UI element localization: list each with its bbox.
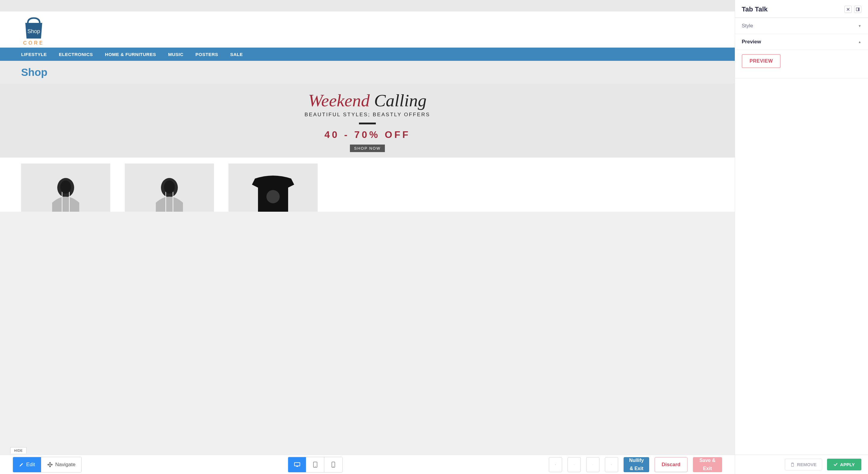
desktop-icon xyxy=(294,462,301,467)
svg-point-10 xyxy=(333,466,334,467)
svg-rect-14 xyxy=(858,8,859,11)
product-card[interactable] xyxy=(125,164,214,212)
promo-banner: Weekend Calling BEAUTIFUL STYLES; BEASTL… xyxy=(0,84,735,158)
website-preview: Shop CORE LIFESTYLE ELECTRONICS HOME & F… xyxy=(0,0,735,455)
bottom-toolbar: Edit Navigate xyxy=(0,455,735,474)
chevron-up-icon: ▲ xyxy=(858,40,861,44)
preview-section-content: PREVIEW xyxy=(735,50,868,78)
mobile-icon xyxy=(332,462,335,468)
banner-divider xyxy=(359,123,376,124)
apply-button[interactable]: APPLY xyxy=(827,459,861,470)
shop-now-button[interactable]: SHOP NOW xyxy=(350,144,385,152)
trash-icon xyxy=(790,463,795,467)
logo-subtext: CORE xyxy=(23,40,44,46)
discard-button[interactable]: Discard xyxy=(655,457,687,472)
dock-icon xyxy=(856,7,860,11)
page-title: Shop xyxy=(21,66,714,78)
close-icon xyxy=(846,7,850,11)
svg-point-2 xyxy=(60,180,71,194)
move-icon xyxy=(47,462,53,467)
nav-posters[interactable]: POSTERS xyxy=(195,52,218,57)
pencil-icon xyxy=(19,462,24,467)
close-panel-button[interactable] xyxy=(844,6,852,13)
viewport-group xyxy=(288,457,343,473)
desktop-view-button[interactable] xyxy=(288,457,306,472)
preview-button[interactable]: PREVIEW xyxy=(742,54,781,68)
nav-home-furnitures[interactable]: HOME & FURNITURES xyxy=(105,52,156,57)
nav-music[interactable]: MUSIC xyxy=(168,52,184,57)
history-icon xyxy=(574,462,575,468)
product-card[interactable] xyxy=(21,164,110,212)
navigate-button[interactable]: Navigate xyxy=(41,457,82,472)
svg-text:Shop: Shop xyxy=(27,28,40,34)
svg-point-4 xyxy=(164,180,175,194)
svg-point-8 xyxy=(315,466,315,467)
nav-sale[interactable]: SALE xyxy=(230,52,243,57)
tablet-view-button[interactable] xyxy=(306,457,324,472)
nav-electronics[interactable]: ELECTRONICS xyxy=(59,52,93,57)
save-exit-button[interactable]: Save & Exit xyxy=(693,457,722,472)
properties-panel: Tab Talk Style ▼ Preview ▲ PREVIEW REMOV… xyxy=(735,0,868,474)
preview-section-header[interactable]: Preview ▲ xyxy=(735,34,868,50)
nullify-exit-button[interactable]: Nullify & Exit xyxy=(624,457,649,472)
svg-rect-6 xyxy=(294,463,300,466)
edit-button[interactable]: Edit xyxy=(13,457,41,472)
chevron-down-icon: ▼ xyxy=(858,24,861,28)
click-button[interactable] xyxy=(586,457,599,472)
site-logo[interactable]: Shop CORE xyxy=(21,14,46,46)
remove-button: REMOVE xyxy=(785,459,822,470)
mode-group: Edit Navigate xyxy=(13,457,82,473)
product-grid xyxy=(0,158,735,212)
tablet-icon xyxy=(313,462,318,468)
nav-lifestyle[interactable]: LIFESTYLE xyxy=(21,52,47,57)
help-button[interactable]: ? xyxy=(549,457,562,472)
plus-icon xyxy=(611,462,612,467)
add-button[interactable] xyxy=(605,457,618,472)
main-nav: LIFESTYLE ELECTRONICS HOME & FURNITURES … xyxy=(0,47,735,61)
history-button[interactable] xyxy=(567,457,581,472)
svg-point-5 xyxy=(267,190,280,203)
banner-headline: Weekend Calling xyxy=(308,90,427,110)
cursor-click-icon xyxy=(592,462,593,468)
dock-panel-button[interactable] xyxy=(854,6,861,13)
panel-title: Tab Talk xyxy=(742,5,842,13)
banner-subtitle: BEAUTIFUL STYLES; BEASTLY OFFERS xyxy=(305,112,430,118)
panel-header: Tab Talk xyxy=(735,0,868,18)
style-section-header[interactable]: Style ▼ xyxy=(735,18,868,34)
page-title-bar: Shop xyxy=(0,61,735,84)
help-icon: ? xyxy=(555,462,556,468)
banner-discount: 40 - 70% OFF xyxy=(324,129,410,140)
check-icon xyxy=(834,463,838,466)
mobile-view-button[interactable] xyxy=(324,457,342,472)
product-card[interactable] xyxy=(228,164,318,212)
hide-tab[interactable]: HIDE xyxy=(10,447,27,453)
panel-footer: REMOVE APPLY xyxy=(735,455,868,474)
site-header: Shop CORE xyxy=(0,11,735,47)
